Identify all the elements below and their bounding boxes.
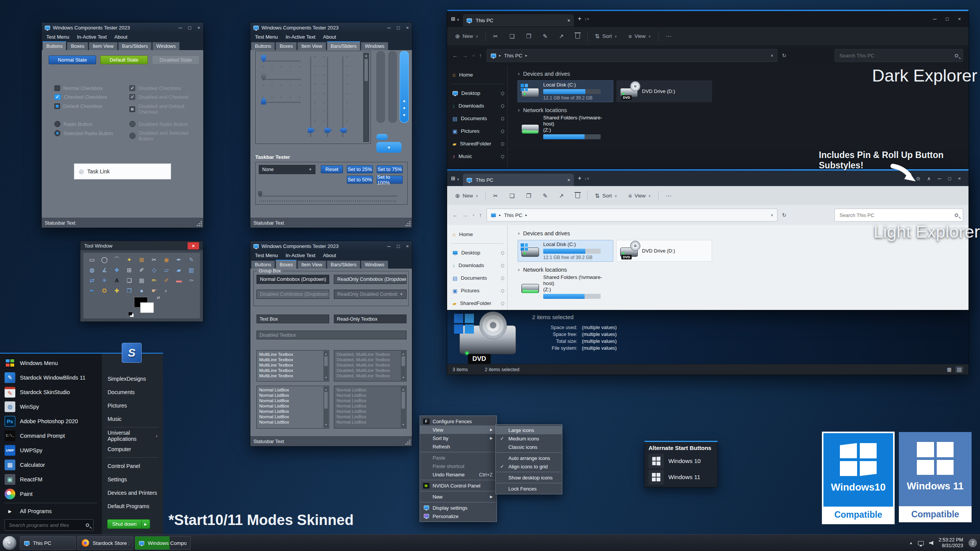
set-75-button[interactable]: Set to 75%: [377, 165, 403, 173]
start-item-skinstudio[interactable]: ✎ Stardock SkinStudio: [0, 385, 102, 399]
cut-icon[interactable]: ✂: [487, 33, 504, 40]
ellipse-select-tool-icon[interactable]: ◯: [98, 254, 110, 265]
maximize-button[interactable]: □: [397, 25, 400, 30]
taskbar-button-windows-components[interactable]: Windows Compon...: [135, 536, 191, 550]
sidebar-item-desktop[interactable]: Desktop: [447, 246, 507, 259]
tab-buttons[interactable]: Buttons: [251, 42, 275, 50]
start-item-universal-applications[interactable]: Universal Applications›: [102, 429, 163, 442]
start-item-settings[interactable]: Settings: [102, 473, 163, 486]
start-item-simplexdesigns[interactable]: SimplexDesigns: [102, 372, 163, 385]
back-icon[interactable]: ←: [452, 212, 458, 218]
alt-start-windows11[interactable]: Windows 11: [645, 469, 717, 485]
details-view-toggle-icon[interactable]: ▤: [956, 366, 963, 373]
submenu-item-align-to-grid[interactable]: ✓Align icons to grid: [496, 462, 562, 471]
tab-windows[interactable]: Windows: [361, 261, 388, 269]
paintbrush-tool-icon[interactable]: ✐: [160, 275, 173, 285]
start-item-music[interactable]: Music: [102, 412, 163, 425]
close-button[interactable]: ×: [406, 244, 409, 249]
view-button[interactable]: ≡View∨: [623, 192, 657, 199]
tab-boxes[interactable]: Boxes: [276, 260, 297, 269]
sidebar-item-music[interactable]: ♪Music: [447, 150, 507, 163]
refresh-icon[interactable]: ↻: [782, 52, 787, 59]
perspective-tool-icon[interactable]: ▥: [185, 265, 198, 275]
tab-bars-sliders[interactable]: Bars/Sliders: [118, 42, 152, 50]
start-item-pictures[interactable]: Pictures: [102, 399, 163, 412]
start-search-box[interactable]: [5, 519, 93, 531]
task-link[interactable]: ◎ Task Link: [74, 163, 171, 179]
default-colors-icon[interactable]: [129, 312, 132, 315]
menu-item-view[interactable]: View▶: [420, 425, 497, 434]
search-box[interactable]: [835, 49, 963, 62]
tab-buttons[interactable]: Buttons: [251, 261, 275, 269]
reset-button[interactable]: Reset: [321, 165, 343, 173]
alt-start-windows10[interactable]: Windows 10: [645, 453, 717, 469]
menu-about[interactable]: About: [323, 253, 336, 258]
normal-listbox[interactable]: Normal ListBoxNormal ListBoxNormal ListB…: [256, 386, 329, 429]
swap-colors-icon[interactable]: ⇄: [157, 295, 160, 300]
submenu-item-classic-icons[interactable]: Classic icons: [496, 443, 562, 451]
view-button[interactable]: ≡View∨: [623, 33, 657, 39]
close-button[interactable]: ×: [958, 16, 961, 21]
minimize-button[interactable]: ─: [387, 25, 390, 30]
start-item-winspy[interactable]: ◍ WinSpy: [0, 399, 102, 414]
normal-combobox[interactable]: Normal Combobox (Dropdown)▼: [256, 275, 329, 284]
rollup-window-button[interactable]: ∧: [927, 176, 931, 181]
foreground-select-tool-icon[interactable]: ◉: [160, 254, 173, 265]
menu-inactive-text[interactable]: In-Active Text: [286, 253, 315, 258]
cut-icon[interactable]: ✂: [487, 192, 504, 199]
sidebar-item-downloads[interactable]: ↓Downloads: [447, 259, 507, 272]
start-item-reactfm[interactable]: ▣ ReactFM: [0, 472, 102, 487]
zoom-tool-icon[interactable]: ◍: [86, 265, 98, 275]
rect-select-tool-icon[interactable]: ▭: [86, 254, 98, 265]
volume-icon[interactable]: [929, 541, 933, 545]
tab-windows[interactable]: Windows: [361, 42, 388, 50]
search-input[interactable]: [840, 212, 955, 218]
drive-dvd-d[interactable]: DVD DVD Drive (D:): [616, 80, 712, 102]
tab-close-icon[interactable]: ×: [567, 177, 570, 183]
default-checkbox[interactable]: Default Checkbox: [54, 103, 103, 109]
menu-about[interactable]: About: [323, 34, 336, 40]
lasso-tool-icon[interactable]: ⌒: [111, 254, 123, 265]
sidebar-item-documents[interactable]: ▤Documents: [447, 272, 507, 284]
text-box[interactable]: Text Box: [256, 315, 329, 323]
start-item-command-prompt[interactable]: C:\_ Command Prompt: [0, 429, 102, 443]
maximize-button[interactable]: □: [948, 176, 951, 181]
start-item-documents[interactable]: Documents: [102, 385, 163, 399]
background-color-swatch[interactable]: [140, 302, 154, 313]
sidebar-item-downloads[interactable]: ↓Downloads: [447, 99, 507, 112]
flip-tool-icon[interactable]: ⇄: [86, 275, 98, 285]
submenu-item-lock-fences[interactable]: Lock Fences: [496, 484, 562, 493]
paste-icon[interactable]: ❐: [520, 33, 537, 40]
tab-layout-icon[interactable]: ⊞ ∨: [451, 175, 459, 181]
network-icon[interactable]: [918, 541, 924, 545]
taskbar-tester-dropdown[interactable]: None▼: [259, 165, 315, 174]
menu-inactive-text[interactable]: In-Active Text: [77, 34, 107, 40]
shutdown-button[interactable]: Shut down: [107, 519, 142, 529]
menu-test-menu[interactable]: Test Menu: [46, 34, 69, 40]
cage-transform-tool-icon[interactable]: ✳: [98, 275, 110, 285]
start-item-paint[interactable]: Paint: [0, 487, 102, 501]
minimize-button[interactable]: ─: [178, 25, 182, 30]
heal-tool-icon[interactable]: ✚: [111, 285, 123, 296]
eraser-tool-icon[interactable]: ▬: [173, 275, 185, 285]
menu-item-new[interactable]: New▶: [420, 492, 497, 501]
tab-boxes[interactable]: Boxes: [276, 42, 297, 50]
pencil-tool-icon[interactable]: ✏: [148, 275, 160, 285]
tab-layout-icon[interactable]: ⊞ ∨: [451, 16, 459, 22]
shear-tool-icon[interactable]: ▰: [173, 265, 185, 275]
minimize-button[interactable]: ─: [938, 176, 941, 181]
select-by-color-tool-icon[interactable]: ⊞: [136, 254, 148, 265]
new-tab-button[interactable]: +: [578, 175, 581, 182]
sort-button[interactable]: ⇅Sort∨: [589, 33, 623, 40]
text-tool-icon[interactable]: A: [111, 275, 123, 285]
menu-test-menu[interactable]: Test Menu: [255, 253, 278, 258]
start-item-computer[interactable]: Computer: [102, 442, 163, 456]
back-icon[interactable]: ←: [452, 52, 458, 59]
maximize-button[interactable]: □: [397, 244, 400, 249]
more-options-icon[interactable]: ⋯: [660, 192, 677, 199]
start-search-input[interactable]: [9, 522, 86, 528]
scissors-tool-icon[interactable]: ✂: [148, 254, 160, 265]
shutdown-options-arrow[interactable]: ▶: [142, 519, 150, 529]
sidebar-item-desktop[interactable]: Desktop: [447, 87, 507, 99]
menu-item-configure-fences[interactable]: FConfigure Fences: [420, 417, 497, 425]
